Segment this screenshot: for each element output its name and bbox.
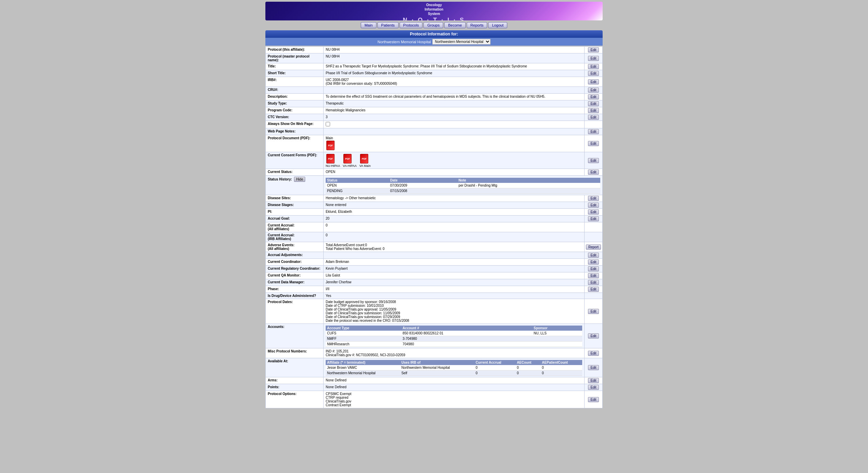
pdf-icon-va-main[interactable]: PDF (360, 154, 368, 163)
field-value: 0 (324, 232, 585, 242)
table-row: Misc Protocol Numbers: IND #: 105,201 Cl… (266, 348, 603, 358)
edit-button[interactable]: Edit (588, 209, 599, 215)
table-row: Northwestern Memorial Hospital Self 0 0 … (326, 370, 582, 376)
field-label: Phase: (266, 286, 324, 293)
col-header-note: Note (457, 178, 600, 183)
edit-button[interactable]: Edit (588, 351, 599, 356)
table-row: PI: Eklund, Elizabeth Edit (266, 209, 603, 216)
hide-button[interactable]: Hide (294, 177, 305, 182)
field-value: Jennifer Cherfow (324, 279, 585, 286)
field-label: Adverse Events:(All affiliates) (266, 242, 324, 252)
edit-button[interactable]: Edit (588, 365, 599, 370)
edit-button[interactable]: Edit (588, 280, 599, 285)
edit-button[interactable]: Edit (588, 71, 599, 76)
edit-button[interactable]: Edit (588, 108, 599, 113)
field-label: Short Title: (266, 70, 324, 77)
table-row: Protocol Dates: Date budget approved by … (266, 299, 603, 324)
pdf-icon-nu-hipaa[interactable]: PDF (326, 154, 335, 163)
field-value: Total AdverseEvent count:0 Total Patient… (324, 242, 585, 252)
field-value: NU 08H4 (324, 53, 585, 63)
edit-button[interactable]: Edit (588, 79, 599, 84)
field-label: Study Type: (266, 100, 324, 107)
field-label: Misc Protocol Numbers: (266, 348, 324, 358)
pdf-icon-va-hipaa[interactable]: PDF (343, 154, 352, 163)
field-value: OPEN (324, 169, 585, 176)
field-label: Arms: (266, 377, 324, 384)
col-header-affiliate: Affiliate (* = terminated) (326, 360, 400, 365)
edit-button[interactable]: Edit (588, 333, 599, 338)
table-row: Always Show On Web Page: (266, 121, 603, 128)
status-history-cell: Status Date Note OPEN 07/30/2009 per Dra… (324, 176, 603, 195)
edit-button[interactable]: Edit (588, 64, 599, 69)
protocol-subheader: Northwestern Memorial Hospital Northwest… (265, 38, 603, 46)
nav-patients[interactable]: Patients (377, 22, 399, 28)
table-row: NMFF 3-704980 (326, 336, 582, 342)
field-label: Always Show On Web Page: (266, 121, 324, 128)
edit-button[interactable]: Edit (588, 266, 599, 271)
field-value: UIC 2008-0827 (Old IRB# for conversion s… (324, 77, 585, 87)
field-value: 3 (324, 114, 585, 121)
edit-button[interactable]: Edit (588, 287, 599, 292)
field-label: Disease Sites: (266, 195, 324, 202)
edit-button[interactable]: Edit (588, 273, 599, 278)
nav-bar: Main Patients Protocols Groups Become Re… (265, 22, 603, 28)
pdf-icon-main[interactable]: PDF (326, 141, 335, 150)
affiliates-cell: Affiliate (* = terminated) Uses IRB of C… (324, 358, 585, 377)
table-row: Accounts: Account Type Account # Sponsor (266, 324, 603, 348)
protocol-table: Protocol (this affiliate): NU 08H4 Edit … (265, 46, 603, 408)
field-value (324, 121, 585, 128)
report-button[interactable]: Report (586, 245, 601, 250)
field-value: IND #: 105,201 ClinicalTrials.gov #: NCT… (324, 348, 585, 358)
nav-groups[interactable]: Groups (423, 22, 443, 28)
edit-button[interactable]: Edit (588, 158, 599, 163)
field-label: Current Consent Forms (PDF): (266, 152, 324, 169)
field-label: Description: (266, 94, 324, 100)
field-value: NU 08H4 (324, 47, 585, 53)
edit-button[interactable]: Edit (588, 115, 599, 120)
field-label: CRU#: (266, 87, 324, 94)
field-value: Eklund, Elizabeth (324, 209, 585, 216)
edit-button[interactable]: Edit (588, 101, 599, 106)
nav-become[interactable]: Become (444, 22, 465, 28)
edit-button[interactable]: Edit (588, 378, 599, 383)
notis-logo: N · O · T · I · S (403, 17, 465, 20)
nav-protocols[interactable]: Protocols (400, 22, 423, 28)
edit-button[interactable]: Edit (588, 259, 599, 265)
edit-button[interactable]: Edit (588, 196, 599, 201)
edit-button[interactable]: Edit (588, 56, 599, 61)
nav-logout[interactable]: Logout (488, 22, 507, 28)
hospital-select[interactable]: Northwestern Memorial Hospital (432, 39, 491, 45)
edit-button[interactable]: Edit (588, 94, 599, 99)
field-value: Hematology -> Other hematoietic (324, 195, 585, 202)
edit-button[interactable]: Edit (588, 216, 599, 221)
nav-main[interactable]: Main (361, 22, 376, 28)
edit-button[interactable]: Edit (588, 253, 599, 258)
edit-button[interactable]: Edit (588, 397, 599, 402)
field-value: Lila Galot (324, 272, 585, 279)
edit-button[interactable]: Edit (588, 385, 599, 390)
field-label: Protocol (this affiliate): (266, 47, 324, 53)
col-header-aecount: AECount (515, 360, 541, 365)
field-label: Program Code: (266, 107, 324, 114)
always-show-checkbox[interactable] (326, 122, 330, 126)
edit-button[interactable]: Edit (588, 129, 599, 134)
field-value: PDF NU-HIPAA PDF VA-HIPAA PDF VA Main (324, 152, 585, 169)
table-row: Disease Sites: Hematology -> Other hemat… (266, 195, 603, 202)
edit-button[interactable]: Edit (588, 170, 599, 175)
table-row: Current QA Monitor: Lila Galot Edit (266, 272, 603, 279)
table-row: Current Data Manager: Jennifer Cherfow E… (266, 279, 603, 286)
table-row: Disease Stages: None entered Edit (266, 202, 603, 209)
edit-button[interactable]: Edit (588, 141, 599, 146)
nav-reports[interactable]: Reports (467, 22, 487, 28)
edit-button[interactable]: Edit (588, 47, 599, 52)
field-label: Protocol Dates: (266, 299, 324, 324)
field-label: CTC Version: (266, 114, 324, 121)
edit-button[interactable]: Edit (588, 88, 599, 93)
field-label: Current Coordinator: (266, 259, 324, 266)
field-value (324, 252, 585, 259)
field-label: Current Accrual:(All affiliates) (266, 222, 324, 232)
edit-button[interactable]: Edit (588, 203, 599, 208)
col-header-account-num: Account # (401, 326, 532, 331)
edit-button[interactable]: Edit (588, 309, 599, 314)
table-row: Title: SHF2 as a Therapeutic Target For … (266, 63, 603, 70)
